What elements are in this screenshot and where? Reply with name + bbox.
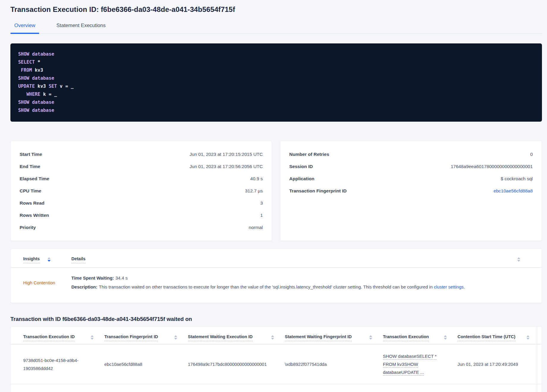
sql-keyword: SHOW database [18,100,54,105]
description-line: Description:This transaction waited on o… [71,283,535,291]
stat-row-rows-read: Rows Read 3 [20,197,263,209]
sql-text: kv3 [35,84,49,89]
time-spent-waiting-label: Time Spent Waiting: [71,275,114,280]
column-header[interactable]: Statement Waiting Execution ID [188,334,253,341]
sql-keyword: WHERE [18,92,40,97]
stat-value: normal [249,225,263,230]
sql-line: SHOW database [18,106,534,115]
sort-icon[interactable] [443,335,447,340]
sort-icon[interactable] [174,335,178,340]
sort-icon[interactable] [369,335,373,340]
session-details-card: Number of Retries 0 Session ID 17648a9ee… [280,141,542,241]
time-spent-waiting-line: Time Spent Waiting:34.4 s [71,274,535,283]
insights-column-header[interactable]: Insights [23,256,40,263]
waited-on-heading: Transaction with ID f6be6366-da03-48de-a… [10,316,542,322]
table-scroll-divider [537,327,537,392]
insights-table-header: Insights Details [11,249,542,268]
cell-transaction-fingerprint-id: ebc10ae56cfd88a8 [104,360,188,368]
cell-transaction-execution-id: 9738d051-bc0e-4158-a9b4-1903586ddd42 [23,356,104,372]
cell-statement-waiting-fingerprint-id: \xdb8922f077541dda [285,360,383,368]
stat-value: $ cockroach sql [501,176,533,181]
sql-line: UPDATE kv3 SET v = _ [18,82,534,90]
sql-text: * [35,59,40,65]
details-column-header-cell: Details [71,256,535,263]
sort-icon[interactable] [271,335,275,340]
sql-line: SHOW database [18,98,534,106]
sql-statements-box: SHOW databaseSELECT * FROM kv3SHOW datab… [10,43,542,122]
sql-keyword: SELECT [18,59,35,65]
stat-row-rows-written: Rows Written 1 [20,209,263,221]
sort-icon[interactable] [47,257,51,262]
description-text: This transaction waited on other transac… [99,284,434,289]
stat-row-cpu-time: CPU Time 312.7 µs [20,185,263,197]
sql-keyword: SHOW database [18,51,54,57]
column-header[interactable]: Contention Start Time (UTC) [458,334,515,341]
table-row: 9738d051-bc0e-4158-a9b4-1903586ddd42 ebc… [11,344,542,384]
stat-value: Jun 01, 2023 at 17:20:56:2056 UTC [190,164,263,169]
insight-details: Time Spent Waiting:34.4 s Description:Th… [71,274,535,291]
stat-label: Start Time [20,152,42,157]
stat-label: Priority [20,225,36,230]
stat-value: 0 [530,152,533,157]
stat-value: Jun 01, 2023 at 17:20:15:2015 UTC [190,152,263,157]
stat-row-start-time: Start Time Jun 01, 2023 at 17:20:15:2015… [20,148,263,160]
column-header[interactable]: Statement Waiting Fingerprint ID [285,334,352,341]
execution-stats-card: Start Time Jun 01, 2023 at 17:20:15:2015… [10,141,272,241]
sql-line: WHERE k = _ [18,90,534,98]
stat-row-number-of-retries: Number of Retries 0 [289,148,533,160]
tab-statement-executions[interactable]: Statement Executions [53,23,109,33]
stat-row-priority: Priority normal [20,221,263,233]
stat-label: CPU Time [20,188,41,194]
stat-value: 1 [260,213,263,218]
stat-label: Rows Written [20,213,49,218]
header-cell-transaction-execution-id: Transaction Execution ID [23,334,104,341]
transaction-execution-page: Transaction Execution ID: f6be6366-da03-… [0,0,547,392]
sort-icon[interactable] [517,257,521,262]
stat-label: End Time [20,164,40,169]
stat-row-session-id: Session ID 17648a9eea6017800000000000000… [289,160,533,173]
sql-keyword: SHOW database [18,76,54,81]
header-cell-statement-waiting-fingerprint-id: Statement Waiting Fingerprint ID [285,334,383,341]
stat-value: 3 [260,200,263,206]
insights-column-header-cell: Insights [23,256,71,263]
description-suffix: . [464,284,465,289]
sql-line: SHOW database [18,50,534,58]
stat-value: 312.7 µs [245,188,263,194]
column-header[interactable]: Transaction Execution ID [23,334,75,341]
sql-keyword: SHOW database [18,108,54,113]
header-cell-statement-waiting-execution-id: Statement Waiting Execution ID [188,334,285,341]
cell-statement-waiting-execution-id: 176498a9c717bdc80000000000000001 [188,360,285,368]
transaction-fingerprint-link[interactable]: ebc10ae56cfd88a8 [493,188,533,194]
sort-icon[interactable] [90,335,94,340]
cell-contention-start-time: Jun 01, 2023 at 17:20:49:2049 [458,360,530,368]
stat-value: 17648a9eea6017800000000000000001 [451,164,533,169]
stat-label: Transaction Fingerprint ID [289,188,347,194]
sql-keyword: UPDATE [18,84,35,89]
stat-row-end-time: End Time Jun 01, 2023 at 17:20:56:2056 U… [20,160,263,173]
waited-on-table-header: Transaction Execution ID Transaction Fin… [11,327,542,344]
page-title: Transaction Execution ID: f6be6366-da03-… [10,5,542,14]
stat-label: Elapsed Time [20,176,49,181]
time-spent-waiting-value: 34.4 s [115,275,128,280]
column-header[interactable]: Transaction Execution [383,334,429,341]
header-cell-transaction-execution: Transaction Execution [383,334,458,341]
sort-icon[interactable] [526,335,530,340]
sql-keyword: FROM [18,68,32,73]
cluster-settings-link[interactable]: cluster settings [434,284,463,289]
stat-row-transaction-fingerprint-id: Transaction Fingerprint ID ebc10ae56cfd8… [289,185,533,197]
sql-text: kv3 [32,68,43,73]
sql-keyword: SET [49,84,57,89]
waited-on-table: Transaction Execution ID Transaction Fin… [10,326,542,392]
stat-label: Number of Retries [289,152,329,157]
stat-label: Session ID [289,164,313,169]
sql-line: SELECT * [18,58,534,66]
header-cell-contention-start-time: Contention Start Time (UTC) [458,334,530,341]
sql-line: SHOW database [18,74,534,82]
details-column-header[interactable]: Details [71,256,86,263]
tab-overview[interactable]: Overview [10,23,39,33]
column-header[interactable]: Transaction Fingerprint ID [104,334,158,341]
execution-details-cards: Start Time Jun 01, 2023 at 17:20:15:2015… [10,141,542,241]
high-contention-label: High Contention [23,280,71,285]
stat-label: Application [289,176,314,181]
transaction-execution-link[interactable]: SHOW databaseSELECT * FROM kv3SHOW datab… [383,352,439,376]
